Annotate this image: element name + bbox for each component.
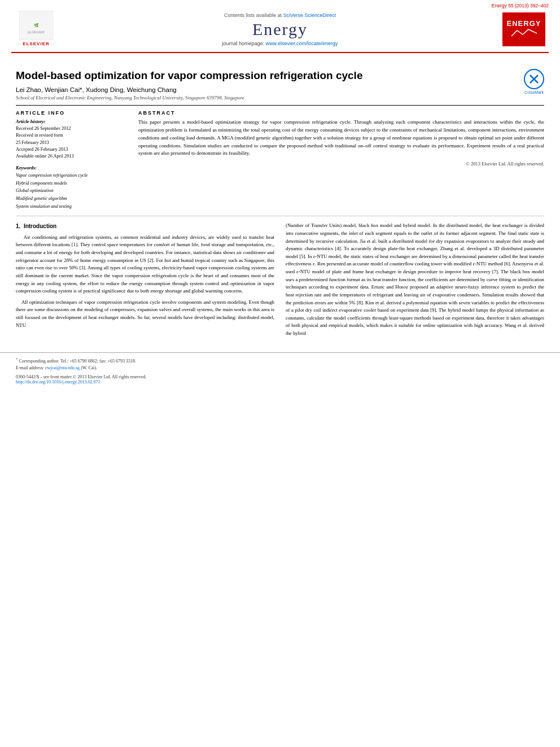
article-authors: Lei Zhao, Wenjian Cai*, Xudong Ding, Wei…	[16, 86, 544, 93]
received-1: Received 26 September 2012	[16, 125, 126, 132]
received-revised: Received in revised form	[16, 132, 126, 139]
crossmark-icon	[528, 73, 540, 85]
keyword-2: Hybrid components models	[16, 180, 126, 187]
footer-email-line: E-mail address: ewjcai@ntu.edu.sg (W. Ca…	[16, 365, 544, 372]
article-info-heading: ARTICLE INFO	[16, 110, 126, 116]
elsevier-label: ELSEVIER	[23, 41, 50, 46]
keyword-4: Modified genetic algorithm	[16, 195, 126, 203]
crossmark-label: CrossMark	[524, 90, 544, 94]
page-footer: * Corresponding author. Tel.: +65 6790 6…	[0, 352, 560, 389]
homepage-label: journal homepage:	[222, 41, 264, 46]
doi-line[interactable]: http://dx.doi.org/10.1016/j.energy.2013.…	[16, 379, 544, 385]
divider-mid	[16, 216, 544, 216]
article-history-block: Article history: Received 26 September 2…	[16, 119, 126, 160]
journal-name-banner: Energy	[67, 20, 493, 38]
body-columns: 1. Introduction Air conditioning and ref…	[16, 222, 544, 337]
energy-logo-label: ENERGY	[507, 19, 541, 28]
author-affiliation: School of Electrical and Electronic Engi…	[16, 95, 544, 101]
body-col-left: 1. Introduction Air conditioning and ref…	[16, 222, 274, 337]
elsevier-logo: 🌿 ELSEVIER ELSEVIER	[11, 10, 61, 49]
section1-para-1: Air conditioning and refrigeration syste…	[16, 234, 274, 295]
section1-para-2: All optimization techniques of vapor com…	[16, 299, 274, 330]
footnote-star: *	[16, 357, 18, 361]
email-person: (W. Cai).	[81, 365, 97, 370]
keyword-3: Global optimization	[16, 187, 126, 195]
article-info-panel: ARTICLE INFO Article history: Received 2…	[16, 110, 126, 211]
abstract-text: This paper presents a model-based optimi…	[138, 119, 544, 158]
section1-number: 1.	[16, 223, 20, 229]
abstract-panel: ABSTRACT This paper presents a model-bas…	[138, 110, 544, 211]
email-address[interactable]: ewjcai@ntu.edu.sg	[45, 365, 80, 370]
history-label: Article history:	[16, 119, 126, 124]
keyword-5: System simulation and testing	[16, 203, 126, 211]
svg-text:🌿: 🌿	[34, 23, 39, 28]
keywords-label: Keywords:	[16, 165, 126, 171]
footnote-line: * Corresponding author. Tel.: +65 6790 6…	[16, 356, 544, 365]
sciverse-link[interactable]: SciVerse ScienceDirect	[283, 12, 336, 18]
energy-logo-graphic	[509, 28, 540, 39]
copyright-text: © 2013 Elsevier Ltd. All rights reserved…	[138, 161, 544, 167]
article-body: Model-based optimization for vapor compr…	[0, 53, 560, 343]
keywords-block: Keywords: Vapor compression refrigeratio…	[16, 165, 126, 210]
keywords-list: Vapor compression refrigeration cycle Hy…	[16, 172, 126, 210]
article-meta-row: ARTICLE INFO Article history: Received 2…	[16, 110, 544, 211]
elsevier-tree-icon: 🌿 ELSEVIER	[19, 11, 53, 40]
journal-center-header: Contents lists available at SciVerse Sci…	[61, 10, 499, 49]
footnote-text: Corresponding author. Tel.: +65 6790 686…	[19, 358, 136, 363]
email-label: E-mail address:	[16, 365, 44, 370]
abstract-heading: ABSTRACT	[138, 110, 544, 116]
journal-ref: Energy 55 (2013) 392–402	[492, 3, 549, 8]
accepted-date: Accepted 26 February 2013	[16, 146, 126, 153]
svg-text:ELSEVIER: ELSEVIER	[28, 30, 45, 34]
divider-top	[16, 105, 544, 106]
page: Energy 55 (2013) 392–402 🌿 ELSEVIER ELSE…	[0, 0, 560, 747]
section1-heading: 1. Introduction	[16, 222, 274, 231]
homepage-url[interactable]: www.elsevier.com/locate/energy	[266, 41, 338, 46]
available-online: Available online 26 April 2013	[16, 153, 126, 160]
crossmark-badge: CrossMark	[524, 69, 544, 94]
energy-logo: ENERGY	[499, 10, 549, 49]
article-title: Model-based optimization for vapor compr…	[16, 69, 544, 83]
contents-text: Contents lists available at	[224, 12, 282, 18]
issn-line: 0360-5442/$ – see front matter © 2013 El…	[16, 374, 544, 379]
section1-title: Introduction	[24, 223, 56, 229]
keyword-1: Vapor compression refrigeration cycle	[16, 172, 126, 180]
body-col-right: (Number of Transfer Units) model, black …	[286, 222, 544, 337]
received-revised-date: 25 February 2013	[16, 139, 126, 146]
